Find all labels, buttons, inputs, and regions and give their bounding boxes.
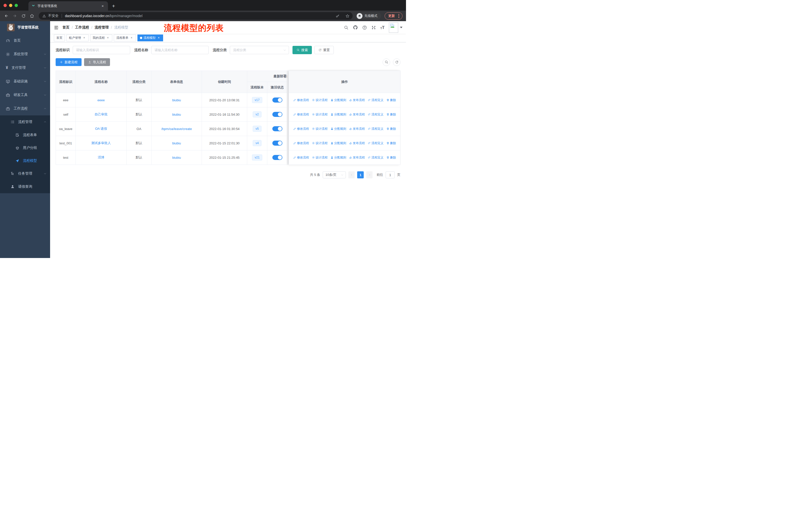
- delete-link[interactable]: 删除: [386, 141, 396, 145]
- maximize-window-button[interactable]: [14, 4, 18, 7]
- github-icon[interactable]: [353, 25, 358, 30]
- process-definition-link[interactable]: 流程定义: [368, 112, 384, 117]
- tag-process-form[interactable]: 流程表单×: [114, 34, 136, 41]
- modify-process-link[interactable]: 修改流程: [293, 98, 309, 102]
- process-category-select[interactable]: 流程分类: [230, 46, 289, 54]
- help-icon[interactable]: [362, 25, 367, 30]
- form-info-link[interactable]: biubiu: [172, 98, 181, 102]
- next-page-button[interactable]: [366, 171, 373, 179]
- assign-rule-link[interactable]: 分配规则: [330, 112, 346, 117]
- fullscreen-icon[interactable]: [371, 25, 376, 30]
- close-icon[interactable]: ×: [82, 36, 86, 40]
- design-process-link[interactable]: 设计流程: [312, 127, 328, 131]
- assign-rule-link[interactable]: 分配规则: [330, 127, 346, 131]
- process-name-input[interactable]: [151, 46, 209, 54]
- process-definition-link[interactable]: 流程定义: [368, 127, 384, 131]
- font-size-icon[interactable]: TT: [380, 25, 385, 30]
- process-name-link[interactable]: eeee: [97, 98, 105, 102]
- create-process-button[interactable]: 新建流程: [56, 58, 82, 66]
- assign-rule-link[interactable]: 分配规则: [330, 98, 346, 102]
- minimize-window-button[interactable]: [9, 4, 12, 7]
- modify-process-link[interactable]: 修改流程: [293, 127, 309, 131]
- tag-home[interactable]: 首页: [54, 34, 65, 41]
- tag-my-process[interactable]: 我的流程×: [90, 34, 112, 41]
- sidebar-item-task-management[interactable]: 任务管理: [0, 167, 50, 180]
- sidebar-item-system[interactable]: 系统管理: [0, 47, 50, 61]
- page-number-button[interactable]: 1: [357, 171, 364, 179]
- user-avatar[interactable]: [389, 22, 403, 33]
- publish-process-link[interactable]: 发布流程: [349, 112, 365, 117]
- sidebar-item-home[interactable]: 首页: [0, 34, 50, 47]
- import-process-button[interactable]: 导入流程: [84, 58, 110, 66]
- process-name-link[interactable]: 自己审批: [95, 112, 108, 117]
- reload-icon[interactable]: [20, 12, 27, 20]
- app-logo[interactable]: 芋道管理系统: [0, 21, 50, 34]
- breadcrumb-workflow[interactable]: 工作流程: [75, 25, 89, 30]
- tag-tenant[interactable]: 租户管理×: [66, 34, 89, 41]
- search-button[interactable]: 搜索: [292, 46, 312, 54]
- delete-link[interactable]: 删除: [386, 98, 396, 102]
- close-window-button[interactable]: [3, 4, 7, 7]
- prev-page-button[interactable]: [348, 171, 355, 179]
- new-tab-button[interactable]: +: [112, 3, 115, 9]
- activation-toggle[interactable]: [272, 126, 283, 131]
- address-bar[interactable]: 不安全 dashboard.yudao.iocoder.cn/bpm/manag…: [39, 12, 353, 20]
- sidebar-item-devtools[interactable]: 研发工具: [0, 88, 50, 102]
- publish-process-link[interactable]: 发布流程: [349, 98, 365, 102]
- activation-toggle[interactable]: [272, 141, 283, 146]
- goto-page-input[interactable]: [386, 171, 395, 179]
- form-info-link[interactable]: biubiu: [172, 141, 181, 145]
- browser-menu-icon[interactable]: [398, 14, 401, 18]
- modify-process-link[interactable]: 修改流程: [293, 156, 309, 160]
- form-info-link[interactable]: biubiu: [172, 156, 181, 160]
- design-process-link[interactable]: 设计流程: [312, 112, 328, 117]
- close-icon[interactable]: ×: [106, 36, 110, 40]
- show-search-icon[interactable]: [383, 58, 390, 66]
- password-key-icon[interactable]: [336, 14, 340, 18]
- process-definition-link[interactable]: 流程定义: [368, 156, 384, 160]
- assign-rule-link[interactable]: 分配规则: [330, 141, 346, 145]
- design-process-link[interactable]: 设计流程: [312, 156, 328, 160]
- modify-process-link[interactable]: 修改流程: [293, 112, 309, 117]
- process-name-link[interactable]: 测试多审批人: [91, 141, 111, 145]
- search-icon[interactable]: [344, 25, 349, 30]
- sidebar-item-infrastructure[interactable]: 基础设施: [0, 75, 50, 88]
- delete-link[interactable]: 删除: [386, 127, 396, 131]
- process-name-link[interactable]: 滔博: [98, 155, 105, 160]
- breadcrumb-process-management[interactable]: 流程管理: [95, 25, 109, 30]
- activation-toggle[interactable]: [272, 155, 283, 160]
- bookmark-star-icon[interactable]: [345, 14, 350, 18]
- sidebar-item-process-model[interactable]: 流程模型: [0, 154, 50, 167]
- tag-process-model[interactable]: 流程模型×: [138, 34, 163, 41]
- sidebar-item-workflow[interactable]: 工作流程: [0, 102, 50, 115]
- form-info-link[interactable]: biubiu: [172, 113, 181, 116]
- forward-icon[interactable]: [11, 12, 19, 20]
- process-definition-link[interactable]: 流程定义: [368, 141, 384, 145]
- activation-toggle[interactable]: [272, 112, 283, 117]
- delete-link[interactable]: 删除: [386, 112, 396, 117]
- home-icon[interactable]: [28, 12, 36, 20]
- breadcrumb-home[interactable]: 首页: [62, 25, 69, 30]
- modify-process-link[interactable]: 修改流程: [293, 141, 309, 145]
- reset-button[interactable]: 重置: [314, 46, 334, 54]
- sidebar-item-leave-query[interactable]: 请假查询: [0, 180, 50, 193]
- assign-rule-link[interactable]: 分配规则: [330, 156, 346, 160]
- publish-process-link[interactable]: 发布流程: [349, 141, 365, 145]
- sidebar-item-process-form[interactable]: 流程表单: [0, 129, 50, 141]
- tab-close-icon[interactable]: ×: [100, 4, 105, 8]
- publish-process-link[interactable]: 发布流程: [349, 156, 365, 160]
- form-info-link[interactable]: /bpm/oa/leave/create: [161, 127, 192, 131]
- process-name-link[interactable]: OA 请假: [95, 127, 107, 131]
- refresh-icon[interactable]: [393, 58, 401, 66]
- back-icon[interactable]: [2, 12, 10, 20]
- delete-link[interactable]: 删除: [386, 156, 396, 160]
- close-icon[interactable]: ×: [129, 36, 134, 40]
- sidebar-item-process-management[interactable]: 流程管理: [0, 115, 50, 129]
- process-definition-link[interactable]: 流程定义: [368, 98, 384, 102]
- hamburger-icon[interactable]: [50, 25, 62, 30]
- design-process-link[interactable]: 设计流程: [312, 98, 328, 102]
- sidebar-item-user-group[interactable]: 用户分组: [0, 141, 50, 154]
- browser-tab[interactable]: 芋道管理系统 ×: [28, 1, 108, 10]
- process-key-input[interactable]: [73, 46, 130, 54]
- page-size-select[interactable]: 10条/页: [323, 171, 346, 179]
